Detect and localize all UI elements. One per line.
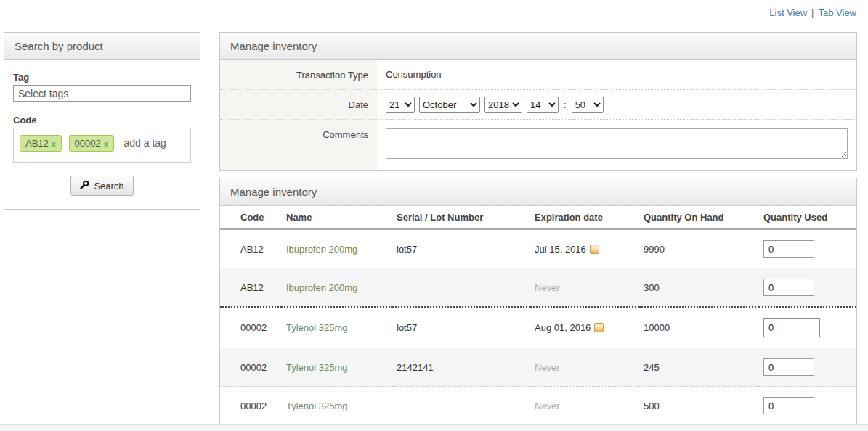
- search-panel-title: Search by product: [4, 32, 200, 60]
- serial-lot-cell: [392, 268, 530, 308]
- inventory-table-row: 00002 Tylenol 325mg Never 500: [220, 387, 856, 425]
- remove-tag-icon[interactable]: x: [104, 139, 108, 148]
- code-cell: AB12: [220, 268, 282, 308]
- inventory-table-row: AB12 Ibuprofen 200mg lot57 Jul 15, 2016 …: [220, 229, 856, 268]
- expiration-text: Jul 15, 2016: [535, 244, 586, 255]
- expiration-text: Never: [535, 401, 560, 411]
- product-name-link[interactable]: Tylenol 325mg: [282, 348, 392, 387]
- product-name-link[interactable]: Ibuprofen 200mg: [282, 229, 392, 268]
- code-tag-label: AB12: [25, 138, 49, 149]
- comments-value-cell: [377, 120, 856, 170]
- expiration-cell: Never: [530, 268, 639, 308]
- expiration-text: Never: [535, 362, 560, 373]
- time-hour-select[interactable]: 14: [527, 97, 559, 113]
- form-panel-title: Manage inventory: [220, 33, 856, 60]
- expiration-cell: Jul 15, 2016: [530, 229, 639, 268]
- quantity-used-input[interactable]: [763, 240, 814, 258]
- search-by-product-panel: Search by product Tag Code AB12x 00002x …: [4, 32, 200, 210]
- product-name-link[interactable]: Tylenol 325mg: [282, 387, 392, 425]
- add-a-tag-link[interactable]: add a tag: [123, 137, 166, 149]
- expiration-text: Never: [535, 282, 560, 293]
- manage-inventory-form-panel: Manage inventory Transaction Type Consum…: [219, 32, 857, 171]
- quantity-on-hand-cell: 10000: [639, 307, 759, 348]
- magnifier-icon: [80, 180, 89, 192]
- table-panel-title: Manage inventory: [220, 178, 856, 206]
- serial-lot-cell: lot57: [392, 307, 530, 348]
- expiration-cell: Never: [530, 348, 639, 387]
- calendar-icon[interactable]: [590, 245, 599, 254]
- code-tag-chip: 00002x: [69, 135, 114, 152]
- quantity-used-cell: [759, 268, 856, 308]
- column-header-serial: Serial / Lot Number: [392, 206, 530, 229]
- column-header-expiration: Expiration date: [530, 206, 639, 229]
- quantity-used-input[interactable]: [763, 358, 814, 376]
- column-header-quantity-used: Quantity Used: [759, 206, 856, 229]
- code-cell: 00002: [220, 348, 282, 387]
- code-label: Code: [13, 115, 191, 126]
- quantity-used-cell: [759, 348, 856, 387]
- product-name-link[interactable]: Tylenol 325mg: [282, 307, 392, 348]
- time-separator: :: [564, 99, 567, 110]
- table-header-row: Code Name Serial / Lot Number Expiration…: [220, 206, 856, 229]
- search-button-row: Search: [13, 176, 191, 196]
- quantity-used-cell: [759, 229, 856, 268]
- expiration-cell: Aug 01, 2016: [530, 307, 639, 348]
- tag-select-input[interactable]: [13, 85, 191, 102]
- code-tag-label: 00002: [75, 138, 101, 149]
- tab-view-link[interactable]: Tab View: [818, 7, 856, 18]
- quantity-on-hand-cell: 500: [639, 387, 759, 425]
- serial-lot-cell: 2142141: [392, 348, 530, 387]
- view-switcher: List View|Tab View: [769, 7, 856, 18]
- quantity-used-input[interactable]: [763, 318, 820, 337]
- code-tags-box[interactable]: AB12x 00002x add a tag: [13, 128, 191, 163]
- comments-row: Comments: [220, 120, 856, 170]
- code-tag-chip: AB12x: [20, 135, 62, 152]
- date-day-select[interactable]: 21: [386, 97, 415, 113]
- serial-lot-cell: [392, 387, 530, 425]
- column-header-name: Name: [282, 206, 392, 229]
- comments-label: Comments: [220, 120, 377, 170]
- comments-textarea[interactable]: [386, 128, 848, 159]
- expiration-cell: Never: [530, 387, 639, 425]
- column-header-code: Code: [220, 206, 282, 229]
- date-month-select[interactable]: October: [419, 97, 480, 113]
- date-year-select[interactable]: 2018: [484, 97, 522, 113]
- column-header-quantity-on-hand: Quantity On Hand: [639, 206, 759, 229]
- date-row: Date 21 October 2018 14 : 50: [220, 90, 856, 120]
- transaction-type-value: Consumption: [377, 60, 856, 89]
- inventory-table-row: 00002 Tylenol 325mg 2142141 Never 245: [220, 348, 856, 387]
- quantity-on-hand-cell: 300: [639, 268, 759, 308]
- quantity-on-hand-cell: 9990: [639, 229, 759, 268]
- footer-bar: [0, 424, 868, 431]
- manage-inventory-table-panel: Manage inventory Code Name Serial / Lot …: [219, 178, 857, 425]
- search-button[interactable]: Search: [70, 176, 133, 196]
- transaction-type-row: Transaction Type Consumption: [220, 60, 856, 90]
- search-panel-body: Tag Code AB12x 00002x add a tag Search: [4, 60, 200, 210]
- inventory-table: Code Name Serial / Lot Number Expiration…: [220, 206, 856, 424]
- quantity-on-hand-cell: 245: [639, 348, 759, 387]
- manage-inventory-area: Manage inventory Transaction Type Consum…: [219, 32, 857, 431]
- time-minute-select[interactable]: 50: [572, 97, 604, 113]
- view-switcher-separator: |: [811, 7, 814, 18]
- expiration-text: Aug 01, 2016: [535, 322, 591, 333]
- remove-tag-icon[interactable]: x: [52, 139, 56, 148]
- serial-lot-cell: lot57: [392, 229, 530, 268]
- list-view-link[interactable]: List View: [769, 7, 807, 18]
- code-cell: 00002: [220, 307, 282, 348]
- date-selects: 21 October 2018 14 : 50: [377, 90, 856, 119]
- search-button-label: Search: [94, 181, 123, 192]
- transaction-type-label: Transaction Type: [220, 60, 377, 89]
- tag-label: Tag: [13, 72, 191, 83]
- quantity-used-cell: [759, 387, 856, 425]
- quantity-used-input[interactable]: [763, 279, 814, 296]
- product-name-link[interactable]: Ibuprofen 200mg: [282, 268, 392, 308]
- inventory-table-row: AB12 Ibuprofen 200mg Never 300: [220, 268, 856, 308]
- code-cell: AB12: [220, 229, 282, 268]
- quantity-used-input[interactable]: [763, 397, 814, 414]
- date-label: Date: [220, 90, 377, 119]
- code-cell: 00002: [220, 387, 282, 425]
- inventory-table-row: 00002 Tylenol 325mg lot57 Aug 01, 2016 1…: [220, 307, 856, 348]
- calendar-icon[interactable]: [594, 323, 604, 332]
- quantity-used-cell: [759, 307, 856, 348]
